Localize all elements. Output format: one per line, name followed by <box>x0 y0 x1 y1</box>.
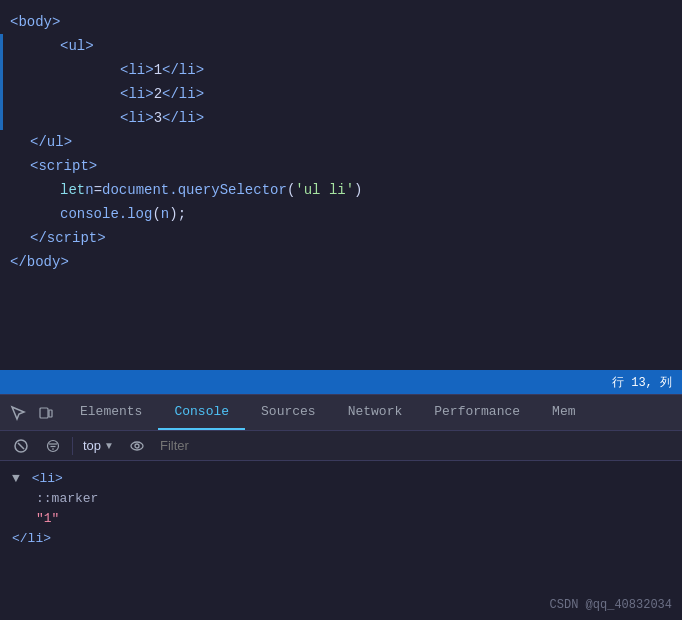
device-icon-btn[interactable] <box>32 399 60 427</box>
tab-sources[interactable]: Sources <box>245 395 332 430</box>
console-toolbar: top ▼ <box>0 431 682 461</box>
tab-network[interactable]: Network <box>332 395 419 430</box>
inspect-icon <box>10 405 26 421</box>
code-line-8: let n= document.querySelector('ul li') <box>0 178 682 202</box>
tab-icons <box>4 399 60 427</box>
console-entry-value: "1" <box>12 509 670 529</box>
code-line-10: </script> <box>0 226 682 250</box>
device-icon <box>38 405 54 421</box>
tab-performance[interactable]: Performance <box>418 395 536 430</box>
code-line-3: <li>1</li> <box>0 58 682 82</box>
svg-rect-0 <box>40 408 48 418</box>
clear-icon <box>13 438 29 454</box>
filter-input[interactable] <box>156 436 674 455</box>
inspect-icon-btn[interactable] <box>4 399 32 427</box>
devtools-tab-bar: Elements Console Sources Network Perform… <box>0 395 682 431</box>
devtools-panel: Elements Console Sources Network Perform… <box>0 394 682 616</box>
code-line-1: <body> <box>0 10 682 34</box>
code-line-5: <li>3</li> <box>0 106 682 130</box>
code-line-7: <script> <box>0 154 682 178</box>
console-entry-pseudo: ::marker <box>12 489 670 509</box>
svg-point-8 <box>131 442 143 450</box>
svg-line-3 <box>18 443 24 449</box>
eye-icon <box>129 438 145 454</box>
visibility-toggle-btn[interactable] <box>124 433 150 459</box>
svg-rect-1 <box>49 410 52 417</box>
console-output: ▼ <li> ::marker "1" </li> <box>0 461 682 594</box>
svg-point-9 <box>135 444 139 448</box>
context-dropdown-arrow: ▼ <box>104 440 114 451</box>
code-editor: <body> <ul> <li>1</li> <li>2</li> <li>3<… <box>0 0 682 370</box>
code-line-11: </body> <box>0 250 682 274</box>
expand-triangle[interactable]: ▼ <box>12 471 20 486</box>
code-line-4: <li>2</li> <box>0 82 682 106</box>
filter-toggle-btn[interactable] <box>40 433 66 459</box>
context-selector[interactable]: top ▼ <box>79 436 118 455</box>
code-line-9: console.log(n); <box>0 202 682 226</box>
tab-memory[interactable]: Mem <box>536 395 591 430</box>
console-entry: ▼ <li> <box>12 469 670 489</box>
code-line-2: <ul> <box>0 34 682 58</box>
code-line-6: </ul> <box>0 130 682 154</box>
filter-icon <box>46 439 60 453</box>
watermark: CSDN @qq_40832034 <box>0 594 682 616</box>
status-text: 行 13, 列 <box>612 374 672 391</box>
tab-console[interactable]: Console <box>158 395 245 430</box>
clear-console-btn[interactable] <box>8 433 34 459</box>
tab-elements[interactable]: Elements <box>64 395 158 430</box>
console-entry-close: </li> <box>12 529 670 549</box>
status-bar: 行 13, 列 <box>0 370 682 394</box>
